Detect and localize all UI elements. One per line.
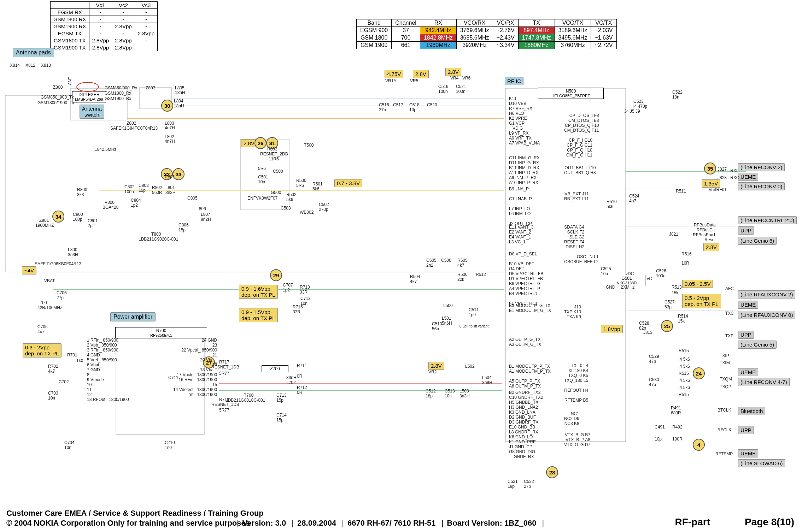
lbl-c512v: 18p bbox=[426, 394, 433, 398]
lbl-r800v: 3k3 bbox=[77, 192, 84, 197]
lbl-c529v: 47p bbox=[649, 359, 656, 364]
lbl-z800: Z800 bbox=[53, 85, 63, 90]
n500-txi-pins: TXI_0 L4 TXI_180 K4 TXQ_0 K5 TXQ_180 L5 … bbox=[564, 363, 588, 403]
v-135: 1.35V bbox=[702, 179, 720, 188]
lbl-r803: R803 bbox=[267, 147, 277, 152]
footer-version: |Version: 3.0 |28.09.2004 |6670 RH-67/ 7… bbox=[233, 519, 548, 528]
lbl-xmhz: 2XMHz bbox=[621, 285, 634, 290]
line-genio6: (Line Genio 6) bbox=[738, 237, 777, 245]
lbl-c525v: 10p bbox=[601, 271, 608, 276]
lbl-c524v: 4n7 bbox=[629, 199, 636, 203]
antenna-switch-tag: Antenna switch bbox=[80, 105, 104, 119]
lbl-t800: T800 bbox=[151, 232, 161, 237]
lbl-l802: L802 bbox=[165, 134, 174, 139]
lbl-c510v: 56p bbox=[432, 326, 439, 331]
lbl-c529: C529 bbox=[649, 354, 659, 359]
lbl-r711: R711 bbox=[297, 363, 307, 368]
lbl-c521: C521 bbox=[456, 84, 466, 89]
lbl-l503v: 3n3H bbox=[459, 394, 470, 398]
lbl-r491v: 680R bbox=[671, 410, 681, 415]
lbl-c520: C520 bbox=[427, 102, 437, 107]
v-4v: ~4V bbox=[22, 266, 36, 274]
v-09-16: 0.9 - 1.6Vpp dep. on TX PL bbox=[239, 285, 278, 299]
lbl-r515c: R515 bbox=[679, 392, 689, 397]
lbl-vrefrf01: VrefRF01 bbox=[709, 187, 727, 192]
lbl-r515v4: i4 5k6 bbox=[679, 385, 690, 390]
lbl-wb002: WB002 bbox=[300, 210, 314, 215]
line-rfconv47: (Line RFCONV 4-7) bbox=[738, 378, 790, 386]
lbl-c706v: 27p bbox=[57, 295, 64, 300]
lbl-r516: R516 bbox=[681, 252, 692, 256]
lbl-r801: R801 bbox=[165, 175, 175, 179]
lbl-r510v: 5k6 bbox=[607, 204, 613, 209]
lbl-r717v: 5R77 bbox=[219, 371, 229, 376]
lbl-c530v: 47p bbox=[649, 382, 656, 387]
lbl-c505v: 2n2 bbox=[426, 263, 433, 268]
lbl-z802: Z802 bbox=[127, 121, 136, 126]
lbl-c714v: 15p bbox=[276, 418, 283, 422]
lbl-r501: R501 bbox=[312, 182, 323, 187]
lbl-c705: C705 bbox=[37, 324, 48, 329]
lbl-l802v: 4n7H bbox=[165, 139, 175, 144]
n500-osc-pins: OSC_IN L1 OSCBUF_REF L2 bbox=[564, 254, 598, 264]
lbl-x814: X814 bbox=[10, 63, 20, 68]
n500-outg-pins: A2 OUTP_G_TX A3 OUTM_G_TX bbox=[509, 337, 541, 347]
ueme1: UEME bbox=[738, 173, 758, 181]
node-26: 26 bbox=[254, 137, 267, 149]
lbl-txim: TXIM bbox=[720, 360, 730, 365]
lbl-txqp: TXQP bbox=[720, 384, 731, 389]
lbl-z801hz: 1960MHZ bbox=[35, 223, 54, 228]
lbl-z801: Z801 bbox=[39, 218, 49, 223]
n500-chip: N500HELGO85G_PBFREE bbox=[538, 88, 604, 99]
lbl-l702: L702 bbox=[286, 380, 296, 385]
lbl-btclk: BTCLK bbox=[718, 408, 731, 413]
ueme2: UEME bbox=[738, 301, 758, 309]
lbl-txqm: TXQM bbox=[720, 377, 732, 382]
lbl-r711v: 0R bbox=[297, 374, 302, 379]
lbl-ant: ANT bbox=[68, 77, 72, 85]
antenna-pad-marker bbox=[77, 83, 98, 91]
node-35: 35 bbox=[704, 162, 716, 175]
lbl-c526: C526 bbox=[656, 268, 666, 273]
lbl-c703v: 10n bbox=[48, 396, 55, 401]
lbl-c502: C502 bbox=[319, 202, 329, 207]
v-18pp: 1.8Vpp bbox=[601, 325, 623, 333]
lbl-c806: C806 bbox=[178, 223, 189, 227]
node-34: 34 bbox=[52, 211, 64, 223]
lbl-c517: C517 bbox=[393, 102, 403, 107]
lbl-gsm1900-rx: GSM1900_Rx bbox=[105, 96, 131, 101]
lbl-r511: R511 bbox=[676, 189, 686, 194]
lbl-r505v: 4k7 bbox=[457, 263, 464, 268]
lbl-r504v: 4k7 bbox=[410, 279, 417, 284]
v-28b: 2.8V bbox=[445, 68, 461, 76]
lbl-c521v: 100n bbox=[456, 89, 466, 94]
lbl-l501: L501 bbox=[442, 316, 451, 321]
lbl-c803: C803 bbox=[139, 183, 149, 188]
lbl-afc: AFC bbox=[725, 286, 734, 291]
lbl-r514: R514 bbox=[678, 314, 688, 319]
node-30: 30 bbox=[161, 100, 173, 112]
lbl-r506: R506 bbox=[457, 272, 468, 277]
n500-txp-pins: J10 TXP K10 TXA K9 bbox=[564, 305, 581, 319]
lbl-c713v: 15p bbox=[276, 398, 283, 403]
lbl-r515a: R515 bbox=[679, 348, 689, 353]
lbl-l700: L700 bbox=[37, 300, 47, 305]
rfic-tag: RF IC bbox=[505, 77, 523, 85]
lbl-c512: C512 bbox=[426, 389, 436, 394]
lbl-c531: C531 bbox=[508, 479, 518, 484]
lbl-c524: C524 bbox=[629, 194, 639, 199]
lbl-r504: R504 bbox=[410, 274, 420, 279]
lbl-r491: R491 bbox=[671, 406, 681, 410]
lbl-c518: C518 bbox=[409, 102, 420, 107]
lbl-c704: C704 bbox=[64, 440, 75, 445]
lbl-j813: J813 bbox=[643, 330, 652, 335]
n500-lna-pins: B9 LNA_P C1 LNAB_P L7 INP_LO L6 INM_LO J… bbox=[509, 187, 532, 226]
vc-table: Vc1Vc2Vc3 EGSM RX--- GSM1800 RX--- GSM19… bbox=[50, 1, 158, 51]
schematic-wires bbox=[0, 0, 802, 532]
lbl-r803c: 5R6 bbox=[258, 166, 266, 171]
lbl-vr2: VR2 bbox=[428, 370, 437, 374]
node-25: 25 bbox=[661, 320, 673, 332]
v-475: 4.75V bbox=[385, 70, 403, 78]
n500-vant-pins: E11 VANT_3 E2 VANT_2 E4 VANT_1 L3 VC_1 bbox=[509, 225, 533, 244]
lbl-c712: C712 bbox=[300, 296, 311, 301]
